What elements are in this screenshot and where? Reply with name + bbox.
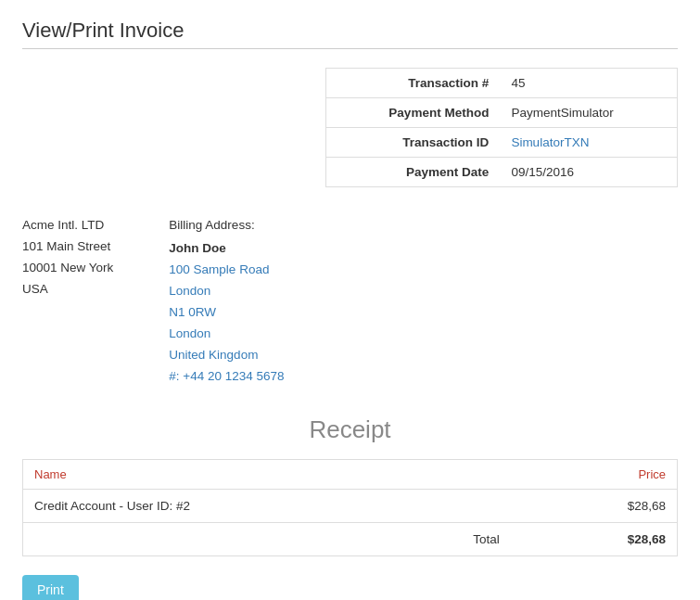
page-wrapper: View/Print Invoice Transaction #45Paymen… xyxy=(0,0,700,600)
billing-label: Billing Address: xyxy=(169,215,284,236)
company-name: Acme Intl. LTD xyxy=(22,215,113,236)
transaction-label: Payment Method xyxy=(326,98,501,128)
print-button[interactable]: Print xyxy=(22,575,79,601)
item-price: $28,68 xyxy=(511,489,678,522)
billing-city2: London xyxy=(169,324,284,345)
transaction-value: 45 xyxy=(500,69,677,98)
transaction-value: PaymentSimulator xyxy=(500,98,677,128)
total-value: $28,68 xyxy=(511,522,678,555)
billing-postcode: N1 0RW xyxy=(169,302,284,324)
transaction-value: 09/15/2016 xyxy=(500,158,677,187)
title-divider xyxy=(22,48,678,49)
company-address: Acme Intl. LTD 101 Main Street 10001 New… xyxy=(22,215,113,388)
transaction-value: SimulatorTXN xyxy=(500,128,677,158)
col-price-header: Price xyxy=(511,459,678,489)
item-name: Credit Account - User ID: #2 xyxy=(23,489,511,522)
total-row: Total $28,68 xyxy=(23,522,678,555)
billing-address: Billing Address: John Doe 100 Sample Roa… xyxy=(169,215,284,388)
billing-name: John Doe xyxy=(169,238,284,260)
col-name-header: Name xyxy=(23,459,511,489)
top-section: Transaction #45Payment MethodPaymentSimu… xyxy=(22,68,678,187)
billing-street: 100 Sample Road xyxy=(169,260,284,281)
receipt-row: Credit Account - User ID: #2$28,68 xyxy=(23,489,678,522)
billing-city1: London xyxy=(169,281,284,302)
page-title: View/Print Invoice xyxy=(22,19,678,43)
company-street: 101 Main Street xyxy=(22,236,113,258)
company-city: 10001 New York xyxy=(22,258,113,279)
addresses-section: Acme Intl. LTD 101 Main Street 10001 New… xyxy=(22,215,678,388)
receipt-table: Name Price Credit Account - User ID: #2$… xyxy=(22,459,678,556)
transaction-label: Payment Date xyxy=(326,158,501,187)
company-country: USA xyxy=(22,279,113,300)
transaction-label: Transaction # xyxy=(326,69,501,98)
billing-country: United Kingdom xyxy=(169,345,284,366)
total-label: Total xyxy=(23,522,511,555)
transaction-table: Transaction #45Payment MethodPaymentSimu… xyxy=(325,68,678,187)
transaction-label: Transaction ID xyxy=(326,128,501,158)
receipt-title: Receipt xyxy=(22,415,678,444)
billing-phone: #: +44 20 1234 5678 xyxy=(169,366,284,388)
